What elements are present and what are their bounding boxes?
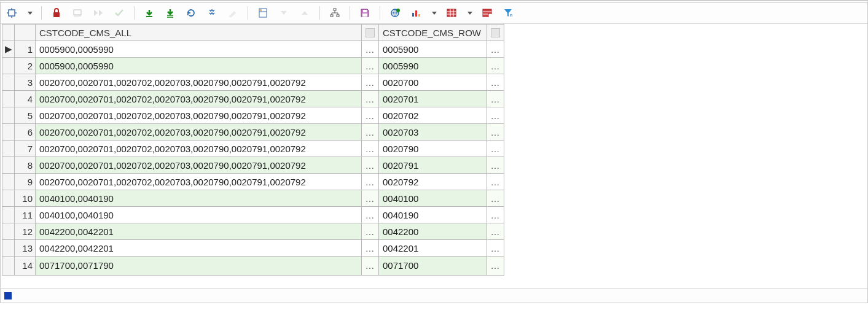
grid-view-icon[interactable] [445,7,458,19]
layout-icon[interactable] [257,7,269,19]
row-marker[interactable] [2,223,15,240]
cell-cstcode-cms-row[interactable]: 0020703 [379,124,487,141]
eraser-icon[interactable] [71,7,84,19]
data-grid[interactable]: CSTCODE_CMS_ALL CSTCODE_CMS_ROW ▶1000590… [2,24,504,276]
cell-cstcode-cms-all[interactable]: 0020700,0020701,0020702,0020703,0020790,… [36,174,362,190]
save-icon[interactable] [359,7,371,19]
table-row[interactable]: 20005900,0005990…0005990… [2,58,504,74]
cell-editor-button[interactable]: … [362,223,379,240]
row-marker[interactable] [2,190,15,207]
row-number[interactable]: 8 [15,157,36,174]
highlight-icon[interactable] [227,7,239,19]
table-row[interactable]: 30020700,0020701,0020702,0020703,0020790… [2,74,504,91]
rownum-header[interactable] [15,25,36,41]
row-marker[interactable] [2,257,15,276]
cell-editor-button[interactable]: … [362,124,379,141]
cell-cstcode-cms-row[interactable]: 0042201 [379,240,487,257]
cell-cstcode-cms-all[interactable]: 0005900,0005990 [36,41,362,58]
row-marker[interactable] [2,174,15,190]
cell-editor-button[interactable]: … [362,240,379,257]
cell-editor-button[interactable]: … [362,174,379,190]
cell-cstcode-cms-row[interactable]: 0020791 [379,157,487,174]
cell-cstcode-cms-row[interactable]: 0020702 [379,107,487,124]
cell-editor-button[interactable]: … [487,74,504,91]
fit-window-icon[interactable] [6,7,18,19]
cell-cstcode-cms-row[interactable]: 0005900 [379,41,487,58]
report-icon[interactable] [481,7,493,19]
table-row[interactable]: 90020700,0020701,0020702,0020703,0020790… [2,174,504,190]
fetch-page-down-icon[interactable] [164,7,176,19]
row-marker[interactable] [2,207,15,223]
column-header-all[interactable]: CSTCODE_CMS_ALL [36,25,362,41]
cell-editor-button[interactable]: … [487,107,504,124]
row-number[interactable]: 10 [15,190,36,207]
cell-cstcode-cms-all[interactable]: 0020700,0020701,0020702,0020703,0020790,… [36,74,362,91]
column-header-row[interactable]: CSTCODE_CMS_ROW [379,25,487,41]
cell-cstcode-cms-row[interactable]: 0040100 [379,190,487,207]
row-number[interactable]: 9 [15,174,36,190]
cell-cstcode-cms-row[interactable]: 0020700 [379,74,487,91]
cell-editor-button[interactable]: … [362,157,379,174]
row-number[interactable]: 5 [15,107,36,124]
cell-cstcode-cms-all[interactable]: 0040100,0040190 [36,207,362,223]
cell-editor-button[interactable]: … [362,141,379,157]
row-marker[interactable] [2,157,15,174]
hierarchy-icon[interactable] [329,7,341,19]
cell-cstcode-cms-row[interactable]: 0020790 [379,141,487,157]
cell-editor-button[interactable]: … [362,107,379,124]
cell-cstcode-cms-row[interactable]: 0020792 [379,174,487,190]
cell-editor-button[interactable]: … [487,223,504,240]
cell-cstcode-cms-all[interactable]: 0020700,0020701,0020702,0020703,0020790,… [36,107,362,124]
cell-editor-button[interactable]: … [487,207,504,223]
table-row[interactable]: 40020700,0020701,0020702,0020703,0020790… [2,91,504,107]
cell-editor-button[interactable]: … [362,58,379,74]
table-row[interactable]: 70020700,0020701,0020702,0020703,0020790… [2,141,504,157]
cell-editor-button[interactable]: … [487,190,504,207]
cell-cstcode-cms-row[interactable]: 0020701 [379,91,487,107]
up-triangle-icon[interactable] [299,7,311,19]
cell-cstcode-cms-row[interactable]: 0042200 [379,223,487,240]
row-marker[interactable] [2,107,15,124]
cell-editor-button[interactable]: … [487,174,504,190]
table-row[interactable]: 120042200,0042201…0042200… [2,223,504,240]
cell-cstcode-cms-all[interactable]: 0071700,0071790 [36,257,362,276]
row-number[interactable]: 11 [15,207,36,223]
cell-editor-button[interactable]: … [487,41,504,58]
chart-dropdown-icon[interactable] [432,12,437,15]
cell-editor-button[interactable]: … [487,58,504,74]
cell-cstcode-cms-all[interactable]: 0020700,0020701,0020702,0020703,0020790,… [36,141,362,157]
row-number[interactable]: 7 [15,141,36,157]
cell-editor-button[interactable]: … [487,141,504,157]
row-number[interactable]: 12 [15,223,36,240]
row-number[interactable]: 3 [15,74,36,91]
table-row[interactable]: 100040100,0040190…0040100… [2,190,504,207]
column-header-all-sort[interactable] [362,25,379,41]
row-number[interactable]: 14 [15,257,36,276]
table-row[interactable]: 80020700,0020701,0020702,0020703,0020790… [2,157,504,174]
cell-cstcode-cms-all[interactable]: 0020700,0020701,0020702,0020703,0020790,… [36,157,362,174]
cell-cstcode-cms-all[interactable]: 0020700,0020701,0020702,0020703,0020790,… [36,91,362,107]
grid-dropdown-icon[interactable] [467,12,472,15]
row-number[interactable]: 4 [15,91,36,107]
cell-editor-button[interactable]: … [487,91,504,107]
bar-chart-icon[interactable] [410,7,422,19]
find-icon[interactable] [206,7,218,19]
table-row[interactable]: 110040100,0040190…0040190… [2,207,504,223]
cell-editor-button[interactable]: … [362,41,379,58]
cell-cstcode-cms-all[interactable]: 0005900,0005990 [36,58,362,74]
goto-icon[interactable] [92,7,104,19]
table-row[interactable]: 140071700,0071790…0071700… [2,257,504,276]
cell-editor-button[interactable]: … [362,207,379,223]
row-marker[interactable] [2,91,15,107]
row-marker[interactable] [2,58,15,74]
column-header-row-sort[interactable] [487,25,504,41]
row-marker[interactable] [2,124,15,141]
filter-icon[interactable]: n [502,7,514,19]
cell-editor-button[interactable]: … [487,124,504,141]
row-number[interactable]: 6 [15,124,36,141]
table-row[interactable]: 130042200,0042201…0042201… [2,240,504,257]
row-marker[interactable] [2,240,15,257]
cell-editor-button[interactable]: … [487,257,504,276]
cell-cstcode-cms-all[interactable]: 0020700,0020701,0020702,0020703,0020790,… [36,124,362,141]
cell-editor-button[interactable]: … [362,190,379,207]
